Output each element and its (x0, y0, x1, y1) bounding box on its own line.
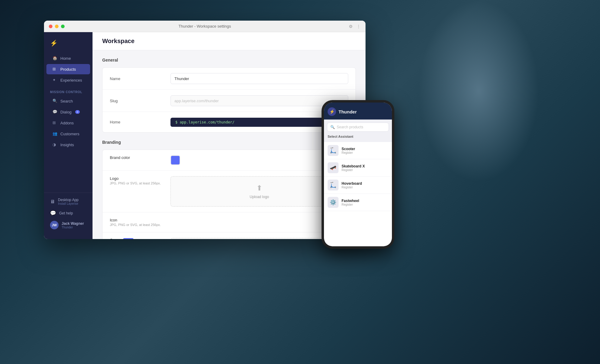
sidebar-item-products[interactable]: ⊞ Products (46, 64, 90, 74)
hoverboard-tag: Register (342, 186, 362, 189)
dialog-icon: 💬 (52, 110, 57, 114)
fastwheel-img: ⚙️ (328, 197, 339, 208)
fastwheel-tag: Register (342, 203, 359, 206)
slug-label: Slug (110, 99, 170, 103)
skateboard-img: 🛹 (328, 162, 339, 173)
search-icon: 🔍 (52, 99, 57, 103)
skateboard-name: Skateboard X (342, 164, 365, 168)
phone-app-name: Thunder (339, 109, 357, 114)
home-row: Home $ app.layerise.com/thunder/ 📋 (103, 112, 356, 132)
customers-icon: 👥 (52, 131, 57, 136)
phone-section-label: Select Assistant (324, 132, 392, 140)
cover-label: Cover PRO (110, 238, 170, 239)
cover-row: Cover PRO JPG, PNG or SVG, at least 1200… (103, 232, 356, 239)
traffic-light-close[interactable] (49, 25, 52, 28)
phone-product-scooter[interactable]: 🛴 Scooter Register (324, 142, 392, 159)
sidebar-item-customers[interactable]: 👥 Customers (46, 129, 90, 139)
icon-label: Icon (110, 218, 170, 222)
home-code: $ app.layerise.com/thunder/ (170, 118, 336, 127)
more-icon[interactable]: ⋮ (356, 24, 361, 29)
sidebar-item-addons[interactable]: ⊞ Addons (46, 118, 90, 128)
icon-sub-label: JPG, PNG or SVG, at least 256px. (110, 223, 170, 227)
sidebar-item-label: Insights (60, 143, 74, 147)
logo-upload-text: Upload logo (250, 195, 269, 199)
desktop-icon: 🖥 (50, 199, 55, 204)
upload-icon: ⬆ (256, 184, 262, 192)
desktop-app-label: Desktop App (58, 198, 79, 202)
phone-search-text: Search products (337, 125, 363, 129)
products-icon: ⊞ (52, 67, 57, 72)
sidebar-item-insights[interactable]: ◑ Insights (46, 140, 90, 150)
phone-screen: ⚡ Thunder 🔍 Search products Select Assis… (324, 103, 392, 246)
phone-mockup: ⚡ Thunder 🔍 Search products Select Assis… (322, 100, 394, 249)
sidebar: ⚡ 🏠 Home ⊞ Products ✦ Experiences MISSIO… (44, 32, 93, 239)
hoverboard-img: 🛴 (328, 180, 339, 190)
icon-row: Icon JPG, PNG or SVG, at least 256px. (103, 212, 356, 232)
skateboard-tag: Register (342, 168, 365, 172)
name-label: Name (110, 76, 170, 81)
get-help-item[interactable]: 💬 Get help (44, 208, 93, 218)
phone-header: ⚡ Thunder (324, 103, 392, 120)
branding-form-card: Brand color Logo JPG, PNG or SVG, at lea… (102, 150, 356, 239)
brand-color-row: Brand color (103, 150, 356, 171)
name-row: Name (103, 68, 356, 90)
branding-section-title: Branding (102, 140, 356, 145)
help-icon: 💬 (50, 210, 56, 216)
fastwheel-info: Fastwheel Register (342, 199, 359, 206)
mac-window: Thunder - Workspace settings ⚙ ⋮ ⚡ 🏠 Hom… (44, 21, 366, 239)
title-bar-icons: ⚙ ⋮ (349, 24, 361, 29)
avatar: JW (50, 221, 59, 229)
cover-pro-badge: PRO (123, 238, 133, 239)
sidebar-item-label: Experiences (60, 78, 82, 83)
home-icon: 🏠 (52, 56, 57, 61)
sidebar-item-label: Dialog (60, 110, 72, 114)
home-label: Home (110, 120, 170, 124)
title-bar: Thunder - Workspace settings ⚙ ⋮ (44, 21, 366, 32)
page-title: Workspace (102, 38, 356, 45)
window-body: ⚡ 🏠 Home ⊞ Products ✦ Experiences MISSIO… (44, 32, 366, 239)
general-form-card: Name Slug Home $ app.layerise.com/thunde… (102, 67, 356, 133)
traffic-lights (49, 25, 65, 28)
sidebar-bottom: 🖥 Desktop App Install Layerise 💬 Get hel… (44, 193, 93, 234)
brand-color-label-col: Brand color (110, 155, 170, 160)
page-header: Workspace (93, 32, 366, 50)
phone-search-bar[interactable]: 🔍 Search products (327, 123, 389, 132)
hoverboard-name: Hoverboard (342, 181, 362, 186)
logo-icon: ⚡ (50, 40, 58, 46)
phone-logo: ⚡ (328, 107, 336, 116)
sidebar-item-home[interactable]: 🏠 Home (46, 53, 90, 63)
scooter-name: Scooter (342, 147, 355, 151)
experiences-icon: ✦ (52, 78, 57, 83)
desktop-app-item[interactable]: 🖥 Desktop App Install Layerise (44, 195, 93, 208)
traffic-light-maximize[interactable] (61, 25, 65, 28)
logo-sub-label: JPG, PNG or SVG, at least 256px. (110, 181, 170, 185)
user-profile-item[interactable]: JW Jack Wagner Thunder (44, 218, 93, 232)
desktop-app-sub: Install Layerise (58, 202, 79, 205)
sidebar-item-label: Home (60, 56, 71, 61)
slug-row: Slug (103, 90, 356, 112)
scooter-tag: Register (342, 151, 355, 154)
scooter-img: 🛴 (328, 145, 339, 156)
user-name: Jack Wagner (62, 221, 84, 226)
name-input[interactable] (170, 73, 348, 84)
fastwheel-name: Fastwheel (342, 199, 359, 203)
settings-icon[interactable]: ⚙ (349, 24, 353, 29)
slug-input[interactable] (170, 95, 348, 106)
phone-products-list: 🛴 Scooter Register 🛹 Skateboard X Regist… (324, 142, 392, 246)
sidebar-item-experiences[interactable]: ✦ Experiences (46, 75, 90, 85)
phone-search-icon: 🔍 (330, 125, 335, 129)
logo-label-col: Logo JPG, PNG or SVG, at least 256px. (110, 176, 170, 185)
sidebar-item-dialog[interactable]: 💬 Dialog 2 (46, 107, 90, 117)
sidebar-item-label: Products (60, 67, 76, 72)
sidebar-logo: ⚡ (44, 37, 93, 53)
general-section-title: General (102, 58, 356, 62)
color-swatch[interactable] (170, 155, 180, 165)
phone-product-fastwheel[interactable]: ⚙️ Fastwheel Register (324, 194, 392, 211)
sidebar-item-search[interactable]: 🔍 Search (46, 96, 90, 106)
phone-product-skateboard[interactable]: 🛹 Skateboard X Register (324, 159, 392, 177)
phone-product-hoverboard[interactable]: 🛴 Hoverboard Register (324, 177, 392, 194)
logo-label: Logo (110, 176, 170, 181)
traffic-light-minimize[interactable] (55, 25, 59, 28)
insights-icon: ◑ (52, 142, 57, 147)
sidebar-item-label: Customers (60, 132, 79, 136)
